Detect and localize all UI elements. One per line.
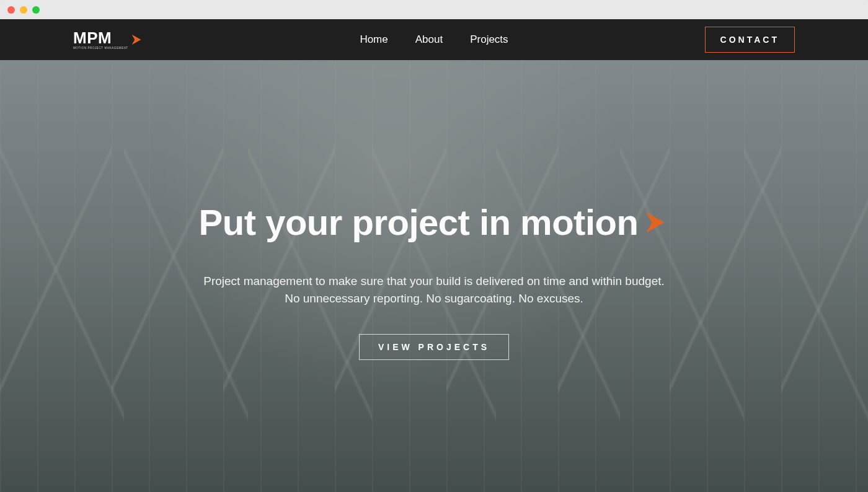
window-close-button[interactable] xyxy=(7,6,15,14)
nav-link-projects[interactable]: Projects xyxy=(470,33,508,46)
site-header: MPM MOTION PROJECT MANAGEMENT Home About… xyxy=(0,19,868,60)
hero-subtitle-line1: Project management to make sure that you… xyxy=(203,275,665,288)
hero-subtitle: Project management to make sure that you… xyxy=(203,273,665,307)
site-logo[interactable]: MPM MOTION PROJECT MANAGEMENT xyxy=(73,30,143,50)
chevron-right-icon xyxy=(130,33,143,46)
logo-text: MPM xyxy=(73,30,128,46)
window-minimize-button[interactable] xyxy=(20,6,27,14)
primary-nav: Home About Projects xyxy=(360,33,508,46)
chevron-right-icon xyxy=(642,209,669,236)
nav-link-home[interactable]: Home xyxy=(360,33,388,46)
hero-section: Put your project in motion Project manag… xyxy=(0,60,868,492)
nav-link-about[interactable]: About xyxy=(415,33,443,46)
logo-subtext: MOTION PROJECT MANAGEMENT xyxy=(73,47,128,50)
contact-button[interactable]: CONTACT xyxy=(705,27,795,53)
hero-title-row: Put your project in motion xyxy=(199,201,670,243)
window-maximize-button[interactable] xyxy=(32,6,40,14)
hero-title: Put your project in motion xyxy=(199,201,639,243)
hero-subtitle-line2: No unnecessary reporting. No sugarcoatin… xyxy=(285,292,583,305)
window-titlebar xyxy=(0,0,868,19)
view-projects-button[interactable]: VIEW PROJECTS xyxy=(359,334,509,360)
